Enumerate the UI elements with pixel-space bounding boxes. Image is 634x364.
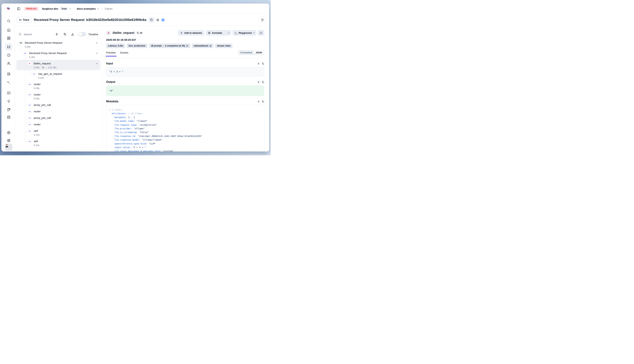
download-button[interactable]	[71, 33, 74, 36]
token-usage-badge[interactable]: 38 prompt → 2 completion (Σ 40)	[149, 44, 190, 48]
json-line[interactable]: attributes: { 20 Items	[109, 112, 262, 115]
fold-vertical-icon[interactable]	[257, 100, 260, 103]
tree-row-span[interactable]: ↔ router	[15, 108, 102, 115]
org-chevron-down-icon[interactable]	[69, 8, 71, 9]
sidebar-item-datasets[interactable]	[5, 114, 12, 121]
json-line: llm.response.model: "ollama/llama3"	[109, 138, 262, 142]
span-tokens: 38 → 2 (Σ 40)	[42, 66, 56, 69]
span-name: self	[34, 138, 102, 143]
timeline-toggle[interactable]	[78, 32, 86, 36]
sidebar-item-support[interactable]	[5, 137, 12, 144]
metadata-label: Metadata	[106, 100, 118, 103]
json-option[interactable]: JSON	[254, 50, 264, 54]
span-icon: ↔	[28, 139, 32, 144]
model-badge[interactable]: ollama/llama3	[192, 44, 214, 48]
metadata-section-header: Metadata	[106, 100, 264, 103]
list-tree-icon	[19, 18, 22, 21]
tree-row-span[interactable]: ↔ router	[15, 121, 102, 128]
sidebar-item-insights[interactable]	[5, 98, 12, 104]
json-line: openinference.span.kind: "LLM"	[109, 142, 262, 146]
tag-button[interactable]	[149, 18, 154, 22]
pencil-square-icon	[208, 32, 210, 34]
env-badge: Env: production	[127, 44, 147, 48]
annotate-button[interactable]: Annotate	[206, 32, 225, 34]
tree-row-trace[interactable]: Received Proxy Server Request 5.26s	[15, 40, 102, 50]
sidebar-item-home[interactable]	[5, 26, 12, 33]
panel-left-icon	[17, 7, 20, 10]
tree-row-span[interactable]: ↔ raw_gen_ai_request 5.25s	[15, 71, 102, 81]
span-duration: 5.23s	[34, 144, 40, 147]
collapse-all-button[interactable]	[55, 33, 58, 36]
formatted-option[interactable]: Formatted	[239, 50, 254, 54]
sidebar-item-prompts[interactable]	[5, 70, 12, 77]
sidebar-item-evaluation[interactable]	[5, 89, 12, 96]
sidebar-item-annotation[interactable]	[5, 106, 12, 113]
breadcrumb-separator: /	[101, 7, 102, 10]
fold-vertical-icon[interactable]	[257, 62, 260, 65]
tab-preview[interactable]: Preview	[106, 51, 115, 56]
tree-row-span[interactable]: ↔ router 5.26s	[15, 81, 102, 92]
copy-icon[interactable]	[262, 62, 264, 65]
sidebar-item-users[interactable]	[5, 60, 12, 67]
span-duration: 5.23s	[34, 134, 40, 136]
list-tree-icon	[7, 45, 11, 49]
public-share-button[interactable]	[161, 18, 165, 22]
terminal-icon: >_	[7, 80, 10, 84]
environment-badge: PROD-EU	[24, 7, 39, 11]
json-line[interactable]: { 3 Items	[109, 108, 262, 112]
copy-icon[interactable]	[262, 81, 264, 83]
tree-row-span[interactable]: ↔ self 5.23s	[15, 128, 102, 138]
trace-tree-panel: Timeline	[15, 26, 102, 152]
sidebar-item-search[interactable]	[5, 18, 12, 24]
breadcrumb-org[interactable]: langfuse-dev	[42, 7, 58, 10]
tree-row-span[interactable]: ↔ proxy_pre_call	[15, 102, 102, 108]
tree-row-span[interactable]: ↔ self 5.23s	[15, 138, 102, 148]
delete-trace-button[interactable]	[259, 17, 266, 23]
tree-row-span[interactable]: ↔ proxy_pre_call	[15, 115, 102, 121]
output-value-box: "6"	[106, 86, 264, 96]
tree-settings-button[interactable]	[63, 33, 66, 36]
fold-vertical-icon[interactable]	[257, 81, 260, 83]
json-line: llm.response.id: "chatcmpl-d96622c0-c642…	[109, 134, 262, 138]
playground-button[interactable]: >_ Playground	[233, 30, 256, 36]
toggle-knob	[79, 32, 82, 36]
id-label: ID	[140, 32, 142, 34]
observation-actions: Add to datasets Annotate >_	[178, 30, 264, 36]
sidebar-item-playground[interactable]: >_	[5, 78, 12, 86]
span-name: litellm_request	[34, 60, 102, 65]
sidebar-rail: >_	[2, 4, 15, 152]
span-duration: 5.26s	[25, 45, 31, 48]
span-name: router	[34, 81, 102, 86]
annotate-dropdown-button[interactable]	[226, 32, 231, 33]
copy-id-button[interactable]: ID	[136, 32, 142, 34]
sidebar-item-traces[interactable]	[5, 43, 12, 50]
copy-icon[interactable]	[262, 100, 264, 103]
user-avatar[interactable]	[5, 144, 12, 151]
tree-row-span[interactable]: ↔ Received Proxy Server Request 5.26s	[15, 50, 102, 60]
json-line[interactable]: metadata: {...}	[109, 116, 262, 119]
comments-button[interactable]	[258, 30, 264, 36]
bookmark-star-button[interactable]	[156, 18, 159, 22]
sidebar-toggle-button[interactable]	[17, 7, 20, 10]
json-line: input.value: "3 + 3 = "	[109, 146, 262, 149]
tab-scores[interactable]: Scores	[120, 51, 128, 56]
search-icon	[7, 19, 11, 23]
generation-icon	[106, 30, 111, 35]
breadcrumb-project[interactable]: docs-examples	[77, 7, 96, 10]
observation-badges: Latency: 5.25s Env: production 38 prompt…	[106, 44, 264, 48]
sidebar-item-sessions[interactable]	[5, 52, 12, 58]
trace-icon	[19, 41, 23, 45]
span-icon: ↔	[32, 72, 36, 76]
input-value-box: "3 + 3 = "	[106, 67, 264, 76]
span-icon: ↔	[28, 109, 32, 114]
tree-row-generation-selected[interactable]: litellm_request 5.25s38 → 2 (Σ 40)	[15, 60, 102, 71]
app-window: >_	[2, 4, 269, 152]
span-name: Received Proxy Server Request	[25, 40, 102, 44]
sidebar-item-settings[interactable]	[5, 129, 12, 136]
top-navigation-bar: PROD-EU langfuse-dev Team / docs-example…	[15, 4, 269, 14]
project-chevron-down-icon[interactable]	[97, 8, 99, 9]
add-to-datasets-button[interactable]: Add to datasets	[178, 30, 204, 36]
search-input[interactable]	[24, 33, 45, 36]
tree-row-span[interactable]: ↔ router 5.26s	[15, 92, 102, 102]
sidebar-item-dashboards[interactable]	[5, 34, 12, 42]
